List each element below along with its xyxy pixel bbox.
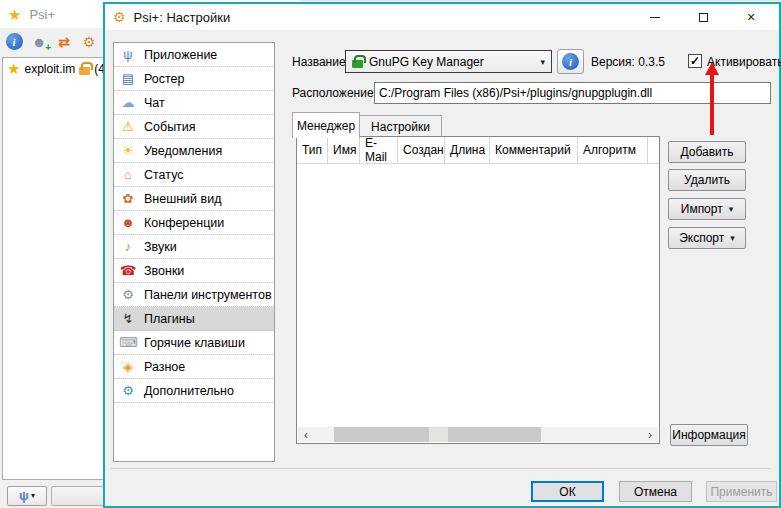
column-header-length[interactable]: Длина	[445, 137, 490, 163]
sidebar-item-label: Звуки	[144, 240, 177, 254]
scrollbar-grip[interactable]	[429, 427, 448, 442]
sidebar-item-label: Горячие клавиши	[144, 336, 245, 350]
minimize-icon	[650, 17, 660, 18]
sidebar-item-advanced[interactable]: ⚙Дополнительно	[114, 379, 274, 403]
settings-category-list: ψПриложение ▤Ростер ☁Чат ⚠События ☀Уведо…	[113, 42, 275, 462]
maximize-button[interactable]	[680, 4, 726, 30]
misc-icon: ◈	[119, 360, 137, 373]
plugin-select[interactable]: GnuPG Key Manager ▾	[345, 50, 552, 73]
transfer-button[interactable]: ⇄	[53, 31, 75, 53]
sidebar-item-sounds[interactable]: ♪Звуки	[114, 235, 274, 259]
sidebar-item-plugins[interactable]: ↯Плагины	[114, 307, 274, 331]
info-icon: i	[6, 33, 23, 50]
account-name: exploit.im	[24, 62, 75, 76]
keys-table: Тип Имя E-Mail Создан Длина Комментарий …	[296, 136, 660, 444]
lock-icon	[79, 67, 90, 75]
settings-dialog: ⚙ Psi+: Настройки × ψПриложение ▤Ростер …	[103, 2, 781, 508]
sidebar-item-toolbars[interactable]: ⚙Панели инструментов	[114, 283, 274, 307]
sidebar-item-roster[interactable]: ▤Ростер	[114, 67, 274, 91]
psi-star-icon: ★	[8, 7, 21, 22]
activate-checkbox[interactable]: ✓	[688, 54, 702, 68]
add-button[interactable]: Добавить	[668, 141, 746, 163]
info-button[interactable]: i	[3, 31, 25, 53]
plugin-version: Версия: 0.3.5	[591, 50, 665, 73]
button-label: Импорт	[681, 202, 723, 216]
sidebar-item-events[interactable]: ⚠События	[114, 115, 274, 139]
sidebar-item-conferences[interactable]: ☻Конференции	[114, 211, 274, 235]
psi-logo-icon: ψ	[19, 488, 29, 503]
roster-icon: ▤	[119, 72, 137, 85]
sidebar-item-label: Внешний вид	[144, 192, 221, 206]
tab-settings[interactable]: Настройки	[360, 115, 442, 138]
transfer-icon: ⇄	[58, 34, 70, 50]
button-label: Информация	[672, 428, 745, 442]
chevron-down-icon: ▾	[540, 57, 545, 67]
column-header-name[interactable]: Имя	[328, 137, 360, 163]
export-button[interactable]: Экспорт▾	[668, 227, 746, 249]
sidebar-item-appearance[interactable]: ✿Внешний вид	[114, 187, 274, 211]
delete-button[interactable]: Удалить	[668, 169, 746, 191]
add-contact-button[interactable]: ☻	[28, 31, 50, 53]
button-label: ОК	[559, 485, 575, 499]
psi-menu-button[interactable]: ψ ▾	[7, 486, 47, 506]
gnupg-lock-icon	[352, 60, 363, 68]
close-icon: ×	[747, 10, 755, 24]
column-header-created[interactable]: Создан	[398, 137, 445, 163]
minimize-button[interactable]	[632, 4, 678, 30]
status-icon: ⌂	[119, 168, 137, 181]
button-label: Применить	[710, 485, 772, 499]
scroll-left-icon[interactable]: ‹	[298, 427, 314, 442]
application-icon: ψ	[119, 48, 137, 61]
add-contact-icon: ☻	[32, 34, 47, 50]
chevron-down-icon: ▾	[730, 233, 735, 243]
events-icon: ⚠	[119, 120, 137, 133]
sidebar-item-shortcuts[interactable]: ⌨Горячие клавиши	[114, 331, 274, 355]
location-label: Расположение:	[292, 82, 377, 104]
cancel-button[interactable]: Отмена	[619, 481, 692, 502]
account-star-icon: ★	[7, 61, 20, 76]
scroll-right-icon[interactable]: ›	[642, 427, 658, 442]
checkmark-icon: ✓	[690, 55, 700, 67]
sidebar-item-label: Плагины	[144, 312, 195, 326]
apply-button[interactable]: Применить	[706, 481, 777, 502]
annotation-arrow-shaft	[710, 74, 714, 135]
column-header-comment[interactable]: Комментарий	[490, 137, 578, 163]
chevron-down-icon: ▾	[31, 491, 35, 500]
column-header-type[interactable]: Тип	[297, 137, 328, 163]
sidebar-item-label: События	[144, 120, 196, 134]
sidebar-item-application[interactable]: ψПриложение	[114, 43, 274, 67]
button-label: Отмена	[634, 485, 677, 499]
sidebar-item-calls[interactable]: ☎Звонки	[114, 259, 274, 283]
column-header-algorithm[interactable]: Алгоритм	[578, 137, 648, 163]
tab-label: Настройки	[371, 120, 430, 134]
import-button[interactable]: Импорт▾	[668, 198, 746, 220]
wrench-icon: ⚙	[83, 34, 96, 50]
column-header-email[interactable]: E-Mail	[360, 137, 398, 163]
sidebar-item-label: Конференции	[144, 216, 224, 230]
information-button[interactable]: Информация	[670, 424, 748, 446]
options-button[interactable]: ⚙	[78, 31, 100, 53]
horizontal-scrollbar[interactable]: ‹ ›	[298, 427, 658, 442]
chevron-down-icon: ▾	[729, 204, 734, 214]
sidebar-item-notifications[interactable]: ☀Уведомления	[114, 139, 274, 163]
plugin-info-button[interactable]: i	[557, 49, 584, 74]
sidebar-item-chat[interactable]: ☁Чат	[114, 91, 274, 115]
conferences-icon: ☻	[119, 216, 137, 229]
calls-icon: ☎	[119, 264, 137, 277]
sidebar-item-label: Разное	[144, 360, 185, 374]
sounds-icon: ♪	[119, 240, 137, 253]
roster-window-title: Psi+	[29, 7, 55, 22]
sidebar-item-status[interactable]: ⌂Статус	[114, 163, 274, 187]
plugins-icon: ↯	[119, 312, 137, 325]
screen: ★ Psi+ i ☻ ⇄ ⚙ ★ exploit.im (4 ψ ▾	[0, 0, 781, 508]
maximize-icon	[699, 13, 708, 22]
sidebar-item-label: Панели инструментов	[144, 288, 272, 302]
close-button[interactable]: ×	[728, 4, 774, 30]
scrollbar-track[interactable]	[314, 427, 642, 442]
chat-icon: ☁	[119, 96, 137, 109]
tab-manager[interactable]: Менеджер	[292, 112, 360, 138]
tab-label: Менеджер	[297, 119, 355, 133]
sidebar-item-misc[interactable]: ◈Разное	[114, 355, 274, 379]
ok-button[interactable]: ОК	[531, 481, 604, 502]
wrench-icon: ⚙	[113, 10, 126, 24]
